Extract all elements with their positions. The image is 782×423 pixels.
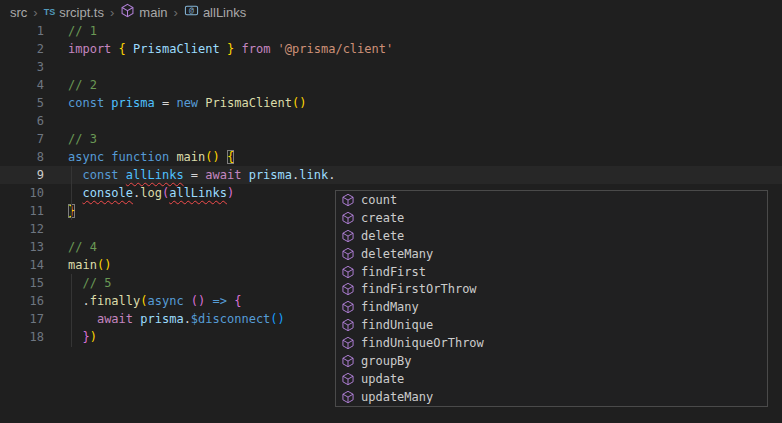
- code-text: import { PrismaClient } from '@prisma/cl…: [68, 40, 393, 58]
- breadcrumb-item-src[interactable]: src: [10, 5, 27, 20]
- indent-guide: [71, 274, 72, 347]
- symbol-method-icon: [341, 390, 355, 404]
- vscode-editor-window: src › TS srcipt.ts › main › @ allLinks 1…: [0, 0, 782, 423]
- breadcrumb-label: src: [10, 5, 27, 20]
- code-line-6[interactable]: 6: [0, 112, 782, 130]
- suggestion-label: update: [361, 372, 404, 386]
- line-number: 15: [0, 274, 44, 292]
- suggestion-label: findUnique: [361, 318, 433, 332]
- code-text: // 2: [68, 76, 97, 94]
- suggestion-label: updateMany: [361, 390, 433, 404]
- breadcrumb-item-allLinks[interactable]: @ allLinks: [184, 3, 246, 21]
- breadcrumb-item-main[interactable]: main: [120, 3, 167, 21]
- suggestion-item-findUnique[interactable]: findUnique: [336, 316, 767, 334]
- symbol-variable-icon: @: [184, 3, 199, 21]
- suggestion-label: create: [361, 211, 404, 225]
- symbol-method-icon: [341, 211, 355, 225]
- code-line-2[interactable]: 2import { PrismaClient } from '@prisma/c…: [0, 40, 782, 58]
- suggestion-label: findFirst: [361, 265, 426, 279]
- line-number: 6: [0, 112, 44, 130]
- symbol-method-icon: [341, 265, 355, 279]
- suggestion-label: delete: [361, 229, 404, 243]
- code-text: // 4: [68, 238, 97, 256]
- suggestion-item-delete[interactable]: delete: [336, 227, 767, 245]
- line-number: 3: [0, 58, 44, 76]
- symbol-method-icon: [341, 354, 355, 368]
- line-number: 10: [0, 184, 44, 202]
- code-line-3[interactable]: 3: [0, 58, 782, 76]
- symbol-method-icon: [341, 229, 355, 243]
- chevron-right-icon: ›: [31, 5, 39, 20]
- suggestion-item-groupBy[interactable]: groupBy: [336, 352, 767, 370]
- symbol-method-icon: [341, 193, 355, 207]
- line-number: 17: [0, 310, 44, 328]
- line-number: 5: [0, 94, 44, 112]
- suggestion-item-findFirstOrThrow[interactable]: findFirstOrThrow: [336, 280, 767, 298]
- code-text: async function main() {: [68, 148, 234, 166]
- code-text: const prisma = new PrismaClient(): [68, 94, 307, 112]
- symbol-method-icon: [341, 372, 355, 386]
- line-number: 18: [0, 328, 44, 346]
- code-line-1[interactable]: 1// 1: [0, 22, 782, 40]
- suggestion-item-deleteMany[interactable]: deleteMany: [336, 245, 767, 263]
- autocomplete-suggest-widget: countcreatedeletedeleteManyfindFirstfind…: [335, 190, 768, 407]
- code-line-4[interactable]: 4// 2: [0, 76, 782, 94]
- line-number: 8: [0, 148, 44, 166]
- code-line-9[interactable]: 9 const allLinks = await prisma.link.: [0, 166, 782, 184]
- line-number: 14: [0, 256, 44, 274]
- breadcrumb: src › TS srcipt.ts › main › @ allLinks: [0, 0, 782, 24]
- suggestion-item-create[interactable]: create: [336, 209, 767, 227]
- line-number: 12: [0, 220, 44, 238]
- symbol-method-icon: [120, 3, 135, 21]
- suggestion-label: findMany: [361, 300, 419, 314]
- suggestion-label: groupBy: [361, 354, 412, 368]
- code-text: // 5: [68, 274, 111, 292]
- line-number: 16: [0, 292, 44, 310]
- code-text: // 1: [68, 22, 97, 40]
- symbol-method-icon: [341, 336, 355, 350]
- breadcrumb-label: srcipt.ts: [59, 5, 104, 20]
- suggestion-label: deleteMany: [361, 247, 433, 261]
- suggestion-label: findFirstOrThrow: [361, 282, 477, 296]
- code-line-5[interactable]: 5const prisma = new PrismaClient(): [0, 94, 782, 112]
- chevron-right-icon: ›: [108, 5, 116, 20]
- breadcrumb-label: main: [139, 5, 167, 20]
- suggestion-item-findUniqueOrThrow[interactable]: findUniqueOrThrow: [336, 334, 767, 352]
- suggestion-item-count[interactable]: count: [336, 191, 767, 209]
- code-text: console.log(allLinks): [68, 184, 234, 202]
- suggestion-label: findUniqueOrThrow: [361, 336, 484, 350]
- symbol-method-icon: [341, 318, 355, 332]
- symbol-method-icon: [341, 247, 355, 261]
- line-number: 4: [0, 76, 44, 94]
- symbol-method-icon: [341, 300, 355, 314]
- suggestion-item-findMany[interactable]: findMany: [336, 298, 767, 316]
- line-number: 2: [0, 40, 44, 58]
- code-text: main(): [68, 256, 111, 274]
- suggestion-item-update[interactable]: update: [336, 370, 767, 388]
- line-number: 11: [0, 202, 44, 220]
- suggestion-item-updateMany[interactable]: updateMany: [336, 388, 767, 406]
- breadcrumb-label: allLinks: [203, 5, 246, 20]
- svg-text:@: @: [189, 6, 194, 15]
- code-text: }): [68, 328, 97, 346]
- code-text: const allLinks = await prisma.link.: [68, 166, 335, 184]
- suggestion-label: count: [361, 193, 397, 207]
- code-text: await prisma.$disconnect(): [68, 310, 285, 328]
- code-text: .finally(async () => {: [68, 292, 241, 310]
- ts-file-icon: TS: [44, 7, 56, 17]
- code-line-7[interactable]: 7// 3: [0, 130, 782, 148]
- line-number: 1: [0, 22, 44, 40]
- indent-guide: [71, 166, 72, 220]
- chevron-right-icon: ›: [172, 5, 180, 20]
- line-number: 13: [0, 238, 44, 256]
- symbol-method-icon: [341, 282, 355, 296]
- line-number: 7: [0, 130, 44, 148]
- line-number: 9: [0, 166, 44, 184]
- suggestion-item-findFirst[interactable]: findFirst: [336, 263, 767, 281]
- code-line-8[interactable]: 8async function main() {: [0, 148, 782, 166]
- breadcrumb-item-file[interactable]: TS srcipt.ts: [44, 5, 104, 20]
- code-text: // 3: [68, 130, 97, 148]
